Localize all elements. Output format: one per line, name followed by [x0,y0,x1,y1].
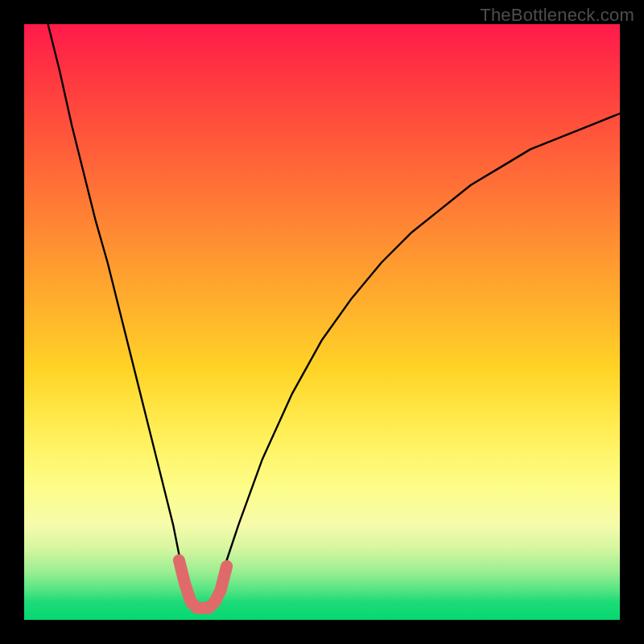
curve-svg [24,24,620,620]
bottleneck-highlight [179,560,226,608]
bottleneck-curve [48,24,620,608]
plot-area [24,24,620,620]
watermark-text: TheBottleneck.com [480,5,634,26]
chart-frame: TheBottleneck.com [0,0,644,644]
